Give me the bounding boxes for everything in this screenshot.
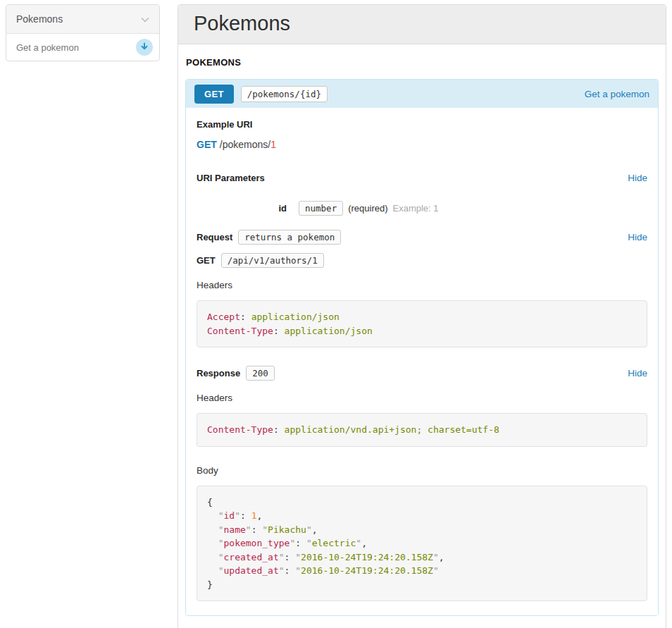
page-title: Pokemons bbox=[194, 12, 650, 35]
code-line: { bbox=[207, 495, 637, 510]
action-panel-body: Example URI GET/pokemons/1 URI Parameter… bbox=[186, 108, 658, 615]
response-body-label: Body bbox=[197, 465, 647, 476]
code-line: Content-Type: application/json bbox=[207, 324, 637, 338]
param-type-chip: number bbox=[299, 201, 343, 216]
response-row: Response 200 Hide bbox=[197, 366, 647, 381]
example-uri-line: GET/pokemons/1 bbox=[197, 139, 647, 150]
response-headers-code-block: Content-Type: application/vnd.api+json; … bbox=[197, 413, 647, 447]
code-line: "created_at": "2016-10-24T19:24:20.158Z"… bbox=[207, 550, 637, 565]
get-method-badge bbox=[136, 39, 153, 56]
code-line: "name": "Pikachu", bbox=[207, 523, 637, 537]
request-path-chip: /api/v1/authors/1 bbox=[221, 253, 324, 268]
param-row: id number (required) Example: 1 bbox=[197, 201, 647, 216]
arrow-down-icon bbox=[140, 42, 149, 53]
resource-sidebar: Pokemons Get a pokemon bbox=[6, 4, 160, 61]
example-uri-method: GET bbox=[197, 139, 217, 150]
sidebar-item-get-a-pokemon[interactable]: Get a pokemon bbox=[6, 34, 159, 61]
request-heading: Request bbox=[197, 232, 232, 242]
code-line: "updated_at": "2016-10-24T19:24:20.158Z" bbox=[207, 564, 637, 578]
resource-group-heading: POKEMONS bbox=[186, 57, 659, 68]
get-method-button[interactable]: GET bbox=[194, 85, 234, 104]
request-headers-label: Headers bbox=[197, 280, 647, 290]
response-hide-link[interactable]: Hide bbox=[628, 368, 647, 378]
resource-content: POKEMONS GET /pokemons/{id} Get a pokemo… bbox=[178, 57, 666, 616]
uri-parameters-heading: URI Parameters bbox=[197, 173, 265, 183]
response-status-chip: 200 bbox=[246, 366, 275, 381]
request-row: Request returns a pokemon Hide bbox=[197, 230, 647, 245]
param-name: id bbox=[197, 203, 287, 214]
param-example-label: Example: 1 bbox=[393, 203, 439, 214]
resource-header: Pokemons bbox=[178, 5, 666, 44]
uri-parameters-row: URI Parameters Hide bbox=[197, 173, 647, 183]
example-uri-value: 1 bbox=[270, 139, 276, 150]
request-method-label: GET bbox=[197, 255, 216, 266]
request-hide-link[interactable]: Hide bbox=[628, 232, 647, 242]
resource-card: Pokemons POKEMONS GET /pokemons/{id} Get… bbox=[178, 4, 666, 628]
response-heading: Response bbox=[197, 368, 240, 378]
sidebar-group-label: Pokemons bbox=[16, 13, 63, 25]
example-uri-heading: Example URI bbox=[197, 119, 647, 130]
param-required-label: (required) bbox=[348, 203, 387, 214]
uri-parameters-hide-link[interactable]: Hide bbox=[628, 173, 647, 183]
code-line: "id": 1, bbox=[207, 509, 637, 523]
sidebar-group-toggle[interactable]: Pokemons bbox=[6, 5, 159, 34]
action-panel: GET /pokemons/{id} Get a pokemon Example… bbox=[185, 79, 659, 616]
response-headers-label: Headers bbox=[197, 393, 647, 403]
code-line: Content-Type: application/vnd.api+json; … bbox=[207, 423, 637, 437]
code-line: } bbox=[207, 578, 637, 592]
request-method-row: GET /api/v1/authors/1 bbox=[197, 253, 647, 268]
param-example-value: 1 bbox=[433, 203, 438, 214]
request-description-chip: returns a pokemon bbox=[238, 230, 341, 245]
sidebar-item-label: Get a pokemon bbox=[16, 42, 79, 53]
response-body-code-block: { "id": 1, "name": "Pikachu", "pokemon_t… bbox=[197, 486, 647, 602]
action-header-bar[interactable]: GET /pokemons/{id} Get a pokemon bbox=[186, 80, 658, 108]
uri-template-chip: /pokemons/{id} bbox=[241, 86, 328, 102]
example-uri-path: /pokemons/ bbox=[220, 139, 270, 150]
param-info: number (required) Example: 1 bbox=[299, 201, 439, 216]
request-headers-code-block: Accept: application/jsonContent-Type: ap… bbox=[197, 300, 647, 347]
chevron-down-icon bbox=[141, 13, 149, 25]
code-line: Accept: application/json bbox=[207, 310, 637, 324]
action-name-link[interactable]: Get a pokemon bbox=[585, 89, 649, 99]
code-line: "pokemon_type": "electric", bbox=[207, 536, 637, 550]
